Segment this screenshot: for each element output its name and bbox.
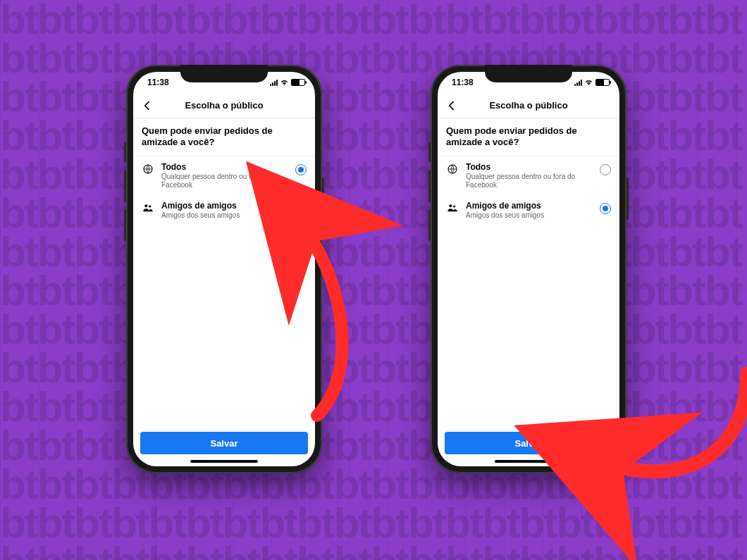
option-friends-of-friends[interactable]: Amigos de amigos Amigos dos seus amigos <box>438 195 619 225</box>
phone-frame-right: 11:38 Escolha o público Quem pode enviar… <box>431 65 626 473</box>
friends-icon <box>142 201 154 213</box>
save-button[interactable]: Salvar <box>140 432 308 454</box>
phone-side-button <box>124 170 126 202</box>
save-button-label: Salvar <box>210 438 237 449</box>
wifi-icon <box>584 79 593 86</box>
cellular-signal-icon <box>270 79 278 86</box>
option-label: Todos <box>161 162 288 172</box>
home-indicator <box>495 460 562 463</box>
nav-bar: Escolha o público <box>133 93 315 118</box>
battery-icon <box>291 79 305 86</box>
chevron-left-icon <box>142 100 153 111</box>
save-button[interactable]: Salvar <box>445 432 612 454</box>
nav-bar: Escolha o público <box>438 93 619 118</box>
option-everyone[interactable]: Todos Qualquer pessoa dentro ou fora do … <box>438 156 619 195</box>
radio-friends-of-friends[interactable] <box>295 203 307 214</box>
status-time: 11:38 <box>147 77 169 87</box>
page-title: Escolha o público <box>489 100 567 111</box>
status-indicators <box>270 79 305 86</box>
phone-side-button <box>428 209 431 241</box>
page-title: Escolha o público <box>185 100 263 111</box>
cellular-signal-icon <box>574 79 582 86</box>
option-label: Todos <box>466 162 593 172</box>
battery-icon <box>595 79 610 86</box>
option-everyone[interactable]: Todos Qualquer pessoa dentro ou fora do … <box>133 156 315 195</box>
svg-point-5 <box>453 205 455 207</box>
section-question: Quem pode enviar pedidos de amizade a vo… <box>438 118 619 156</box>
screen-right: 11:38 Escolha o público Quem pode enviar… <box>438 72 619 466</box>
phone-notch <box>485 65 572 82</box>
svg-point-2 <box>149 205 151 207</box>
home-indicator <box>190 460 258 463</box>
option-friends-of-friends[interactable]: Amigos de amigos Amigos dos seus amigos <box>133 195 315 225</box>
status-time: 11:38 <box>452 77 474 87</box>
option-desc: Amigos dos seus amigos <box>161 211 288 220</box>
radio-everyone[interactable] <box>600 164 611 175</box>
phone-frame-left: 11:38 Escolha o público Quem pode enviar… <box>126 65 322 473</box>
radio-everyone[interactable] <box>295 164 307 175</box>
back-button[interactable] <box>140 99 154 113</box>
wifi-icon <box>280 79 289 86</box>
phone-side-button <box>428 142 431 162</box>
spacer <box>438 225 619 433</box>
option-desc: Amigos dos seus amigos <box>466 211 593 220</box>
option-desc: Qualquer pessoa dentro ou fora do Facebo… <box>466 173 593 189</box>
svg-point-1 <box>144 204 147 207</box>
phone-notch <box>180 65 268 82</box>
public-icon <box>142 162 154 175</box>
public-icon <box>446 162 459 175</box>
phone-side-button <box>428 170 431 202</box>
phone-side-button <box>124 142 126 162</box>
chevron-left-icon <box>446 100 457 111</box>
section-question: Quem pode enviar pedidos de amizade a vo… <box>133 118 315 156</box>
phone-side-button <box>626 178 629 220</box>
back-button[interactable] <box>445 99 459 113</box>
friends-icon <box>446 201 459 213</box>
option-desc: Qualquer pessoa dentro ou fora do Facebo… <box>161 173 288 189</box>
option-label: Amigos de amigos <box>161 201 288 211</box>
screen-left: 11:38 Escolha o público Quem pode enviar… <box>133 72 315 466</box>
phone-side-button <box>124 209 126 241</box>
phone-side-button <box>322 178 324 220</box>
svg-point-4 <box>449 204 452 207</box>
radio-friends-of-friends[interactable] <box>600 203 611 214</box>
save-button-label: Salvar <box>514 438 542 449</box>
status-indicators <box>574 79 610 86</box>
option-label: Amigos de amigos <box>466 201 593 211</box>
spacer <box>133 225 315 433</box>
